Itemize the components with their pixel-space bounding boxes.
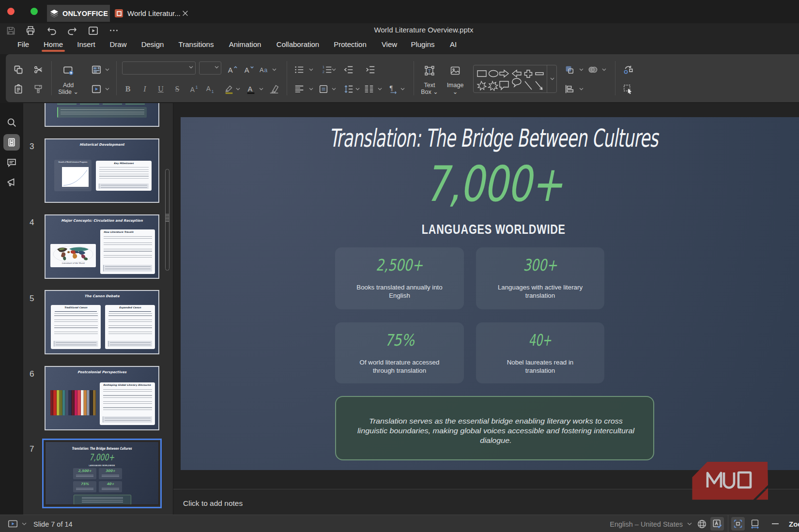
menu-design[interactable]: Design	[141, 40, 164, 48]
font-size-combobox[interactable]	[199, 61, 221, 75]
save-button[interactable]	[4, 24, 17, 37]
subscript-button[interactable]: A1	[205, 84, 216, 94]
search-icon[interactable]	[6, 117, 17, 128]
bold-button[interactable]: B	[123, 84, 133, 94]
slide-title[interactable]: Translation: The Bridge Between Cultures	[181, 124, 799, 153]
spell-check-button[interactable]	[710, 517, 724, 531]
underline-button[interactable]: U	[155, 84, 166, 94]
menu-draw[interactable]: Draw	[109, 40, 126, 48]
arrange-shape-chevron[interactable]	[579, 67, 584, 72]
highlight-color-button[interactable]	[224, 84, 234, 94]
feedback-icon[interactable]	[6, 177, 17, 188]
stat-card-4[interactable]: 40+ Nobel laureates read in translation	[476, 322, 604, 383]
language-label[interactable]: English – United States	[610, 520, 683, 528]
menu-collaboration[interactable]: Collaboration	[277, 40, 319, 48]
menu-insert[interactable]: Insert	[77, 40, 95, 48]
stat-card-3[interactable]: 75% Of world literature accessed through…	[335, 322, 464, 383]
change-case-chevron[interactable]	[272, 67, 277, 72]
menu-ai[interactable]: AI	[450, 40, 457, 48]
columns-chevron[interactable]	[377, 87, 382, 91]
thumbnail-slide-6[interactable]: Postcolonial Perspectives Reshaping Glob…	[45, 366, 159, 430]
replace-button[interactable]	[623, 64, 633, 75]
italic-button[interactable]: I	[139, 84, 150, 94]
shape-icons[interactable]	[476, 68, 544, 91]
font-color-chevron[interactable]	[259, 87, 263, 91]
change-layout-button[interactable]	[91, 64, 102, 75]
increase-indent-button[interactable]	[365, 64, 376, 75]
slide-editor[interactable]: Translation: The Bridge Between Cultures…	[181, 117, 799, 470]
add-slide-label[interactable]: Add Slide ⌄	[58, 82, 78, 95]
fit-width-button[interactable]	[748, 517, 762, 531]
text-direction-button[interactable]: ¶	[388, 84, 399, 94]
stat-card-1[interactable]: 2,500+ Books translated annually into En…	[335, 247, 464, 309]
image-button[interactable]	[450, 65, 461, 76]
horizontal-align-button[interactable]	[294, 84, 305, 94]
highlight-color-chevron[interactable]	[235, 87, 240, 91]
text-box-label[interactable]: Text Box ⌄	[421, 82, 438, 95]
menu-view[interactable]: View	[382, 40, 397, 48]
language-chevron[interactable]	[687, 521, 692, 526]
merge-shapes-chevron[interactable]	[601, 67, 606, 72]
more-actions-button[interactable]	[108, 24, 120, 37]
merge-shapes-button[interactable]	[587, 64, 598, 75]
add-slide-button[interactable]	[63, 65, 74, 76]
thumbnail-slide-2[interactable]	[45, 103, 159, 127]
horizontal-align-chevron[interactable]	[308, 87, 313, 91]
close-window-button[interactable]	[7, 8, 15, 15]
layout-dropdown-chevron[interactable]	[105, 67, 109, 72]
font-name-combobox[interactable]	[122, 61, 196, 75]
fit-slide-button[interactable]	[731, 517, 745, 531]
image-label[interactable]: Image ⌄	[447, 82, 464, 95]
vertical-align-button[interactable]	[318, 84, 329, 94]
align-objects-chevron[interactable]	[579, 87, 584, 91]
cut-button[interactable]	[33, 64, 44, 75]
menu-protection[interactable]: Protection	[334, 40, 367, 48]
slide-big-stat[interactable]: 7,000+	[181, 155, 799, 213]
text-direction-chevron[interactable]	[400, 87, 405, 91]
font-color-button[interactable]: A	[246, 84, 256, 94]
format-painter-button[interactable]	[33, 84, 44, 94]
thumbnail-slide-7[interactable]: Translation: The Bridge Between Cultures…	[45, 441, 159, 505]
document-tab[interactable]: World Literatur...	[115, 5, 188, 22]
copy-button[interactable]	[13, 64, 24, 75]
arrange-shape-button[interactable]	[564, 64, 575, 75]
comments-icon[interactable]	[6, 157, 17, 168]
text-box-button[interactable]: T	[424, 65, 435, 76]
decrease-indent-button[interactable]	[343, 64, 354, 75]
slide-subtitle[interactable]: LANGUAGES WORLDWIDE	[181, 222, 799, 237]
line-spacing-chevron[interactable]	[355, 87, 360, 91]
zoom-out-button[interactable]	[768, 517, 782, 531]
bullets-chevron[interactable]	[308, 67, 313, 72]
panel-resize-gripper[interactable]	[166, 214, 169, 222]
shapes-gallery-chevron[interactable]	[550, 76, 554, 81]
app-tab[interactable]: ONLYOFFICE	[47, 5, 110, 22]
select-button[interactable]	[623, 84, 633, 94]
align-objects-button[interactable]	[564, 84, 575, 94]
stat-card-2[interactable]: 300+ Languages with active literary tran…	[476, 247, 604, 309]
quote-box[interactable]: Translation serves as the essential brid…	[335, 396, 654, 460]
numbering-chevron[interactable]	[331, 67, 336, 72]
start-slideshow-button[interactable]	[87, 24, 99, 37]
redo-button[interactable]	[66, 24, 78, 37]
paste-button[interactable]	[13, 84, 24, 94]
thumbnail-slide-3[interactable]: Historical Development Growth of World L…	[45, 138, 159, 203]
close-document-icon[interactable]	[182, 10, 188, 16]
line-spacing-button[interactable]	[343, 84, 354, 94]
print-button[interactable]	[24, 24, 37, 37]
undo-button[interactable]	[46, 24, 58, 37]
thumbnail-slide-5[interactable]: The Canon Debate Traditional Canon Expan…	[45, 290, 159, 354]
menu-home[interactable]: Home	[44, 40, 63, 48]
vertical-align-chevron[interactable]	[331, 87, 336, 91]
document-language-button[interactable]	[695, 517, 708, 531]
bullets-button[interactable]	[294, 64, 305, 75]
change-case-button[interactable]: Aa	[260, 64, 270, 75]
start-slideshow-status-button[interactable]	[6, 517, 19, 531]
strikethrough-button[interactable]: S	[172, 84, 183, 94]
superscript-button[interactable]: A1	[189, 84, 200, 94]
menu-plugins[interactable]: Plugins	[411, 40, 434, 48]
menu-transitions[interactable]: Transitions	[179, 40, 214, 48]
menu-file[interactable]: File	[17, 40, 29, 48]
columns-button[interactable]	[364, 84, 374, 94]
fullscreen-window-button[interactable]	[31, 8, 38, 15]
clear-style-button[interactable]	[269, 84, 279, 94]
